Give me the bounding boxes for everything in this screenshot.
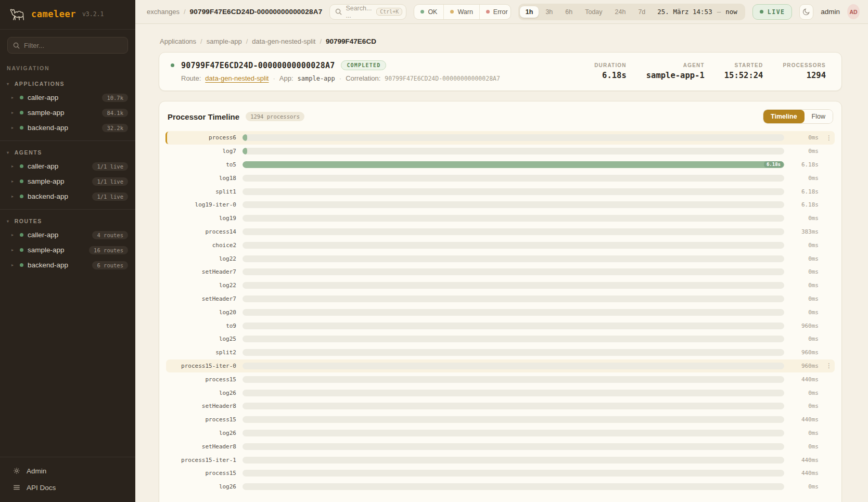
processor-name[interactable]: setHeader7 xyxy=(170,268,236,275)
processor-name[interactable]: log26 xyxy=(170,430,236,436)
date-range[interactable]: 25. März 14:53 — now xyxy=(652,8,743,16)
duration-track[interactable] xyxy=(242,376,784,383)
duration-track[interactable] xyxy=(242,390,784,396)
processor-name[interactable]: log25 xyxy=(170,336,236,342)
route-link[interactable]: data-gen-nested-split xyxy=(205,74,269,82)
time-range-3h[interactable]: 3h xyxy=(540,6,558,18)
sidebar-item-caller-app[interactable]: ▸caller-app10.7k xyxy=(0,90,135,105)
view-tab-timeline[interactable]: Timeline xyxy=(763,110,804,123)
duration-track[interactable] xyxy=(242,470,784,477)
duration-track[interactable] xyxy=(242,148,784,155)
sidebar-item-admin[interactable]: Admin xyxy=(0,462,135,479)
duration-track[interactable] xyxy=(242,483,784,490)
time-range-24h[interactable]: 24h xyxy=(609,6,632,18)
duration-track[interactable] xyxy=(242,188,784,195)
duration-track[interactable] xyxy=(242,430,784,436)
view-tab-flow[interactable]: Flow xyxy=(805,110,833,123)
sidebar-item-sample-app[interactable]: ▸sample-app16 routes xyxy=(0,242,135,258)
breadcrumb-item-applications[interactable]: Applications xyxy=(160,37,196,45)
duration-track[interactable] xyxy=(242,336,784,342)
sidebar-item-caller-app[interactable]: ▸caller-app1/1 live xyxy=(0,159,135,174)
theme-toggle[interactable] xyxy=(799,4,813,20)
duration-track[interactable] xyxy=(242,134,784,141)
duration-track[interactable] xyxy=(242,201,784,208)
duration-track[interactable] xyxy=(242,323,784,329)
processor-name[interactable]: process14 xyxy=(170,228,236,235)
duration-track[interactable] xyxy=(242,349,784,356)
time-range-7d[interactable]: 7d xyxy=(632,6,651,18)
processor-name[interactable]: process15 xyxy=(170,376,236,383)
processor-name[interactable]: split1 xyxy=(170,188,236,195)
processor-name[interactable]: process15-iter-0 xyxy=(170,363,236,369)
processor-name[interactable]: setHeader7 xyxy=(170,295,236,302)
breadcrumb-item-data-gen-nested-split[interactable]: data-gen-nested-split xyxy=(252,37,315,45)
processor-name[interactable]: process15 xyxy=(170,416,236,423)
processor-name[interactable]: log19-iter-0 xyxy=(170,201,236,208)
app-logo[interactable]: cameleer v3.2.1 xyxy=(0,0,135,30)
kebab-menu-icon[interactable]: ⋮ xyxy=(825,362,833,369)
avatar[interactable]: AD xyxy=(847,4,860,19)
processor-name[interactable]: log20 xyxy=(170,309,236,316)
global-search[interactable]: Search... ... Ctrl+K xyxy=(329,4,406,20)
duration-track[interactable] xyxy=(242,175,784,182)
sidebar-item-backend-app[interactable]: ▸backend-app32.2k xyxy=(0,120,135,135)
sidebar-item-api-docs[interactable]: API Docs xyxy=(0,479,135,496)
sidebar-item-badge: 6 routes xyxy=(92,261,128,269)
live-toggle[interactable]: LIVE xyxy=(752,4,793,20)
processor-name[interactable]: log26 xyxy=(170,483,236,490)
processor-name[interactable]: process15-iter-1 xyxy=(170,457,236,464)
time-range-today[interactable]: Today xyxy=(579,6,608,18)
processor-name[interactable]: process15 xyxy=(170,470,236,477)
exchange-id: 90799F47E6CD24D-00000000000028A7 xyxy=(181,61,335,70)
breadcrumb-section[interactable]: exchanges xyxy=(147,8,180,16)
section-header-applications[interactable]: ▾APPLICATIONS xyxy=(0,76,135,90)
processor-name[interactable]: setHeader8 xyxy=(170,403,236,409)
duration-track[interactable] xyxy=(242,416,784,423)
kebab-menu-icon[interactable]: ⋮ xyxy=(825,134,833,141)
processor-name[interactable]: to9 xyxy=(170,323,236,329)
time-range-1h[interactable]: 1h xyxy=(520,6,539,18)
duration-track[interactable] xyxy=(242,228,784,235)
processor-name[interactable]: log19 xyxy=(170,215,236,222)
sidebar-item-badge: 1/1 live xyxy=(92,177,128,186)
duration-track[interactable] xyxy=(242,309,784,316)
section-header-routes[interactable]: ▾ROUTES xyxy=(0,214,135,227)
duration-track[interactable] xyxy=(242,268,784,275)
processor-name[interactable]: choice2 xyxy=(170,242,236,249)
filter-input[interactable] xyxy=(24,42,122,49)
time-range-6h[interactable]: 6h xyxy=(559,6,578,18)
sidebar-filter[interactable] xyxy=(7,37,128,54)
sidebar-item-backend-app[interactable]: ▸backend-app6 routes xyxy=(0,258,135,273)
sidebar-item-sample-app[interactable]: ▸sample-app1/1 live xyxy=(0,174,135,189)
processor-name[interactable]: log18 xyxy=(170,175,236,182)
processor-name[interactable]: log22 xyxy=(170,255,236,262)
duration-track[interactable] xyxy=(242,443,784,450)
duration-track[interactable] xyxy=(242,215,784,222)
status-filter-error[interactable]: Error xyxy=(480,5,511,19)
duration-track[interactable] xyxy=(242,242,784,249)
processor-name[interactable]: to5 xyxy=(170,161,236,168)
breadcrumb-exchange-id: 90799F47E6CD24D-00000000000028A7 xyxy=(190,8,323,16)
duration-track[interactable]: 6.18s xyxy=(242,161,784,168)
processor-name[interactable]: log26 xyxy=(170,390,236,396)
sidebar-item-sample-app[interactable]: ▸sample-app84.1k xyxy=(0,105,135,120)
sidebar-item-caller-app[interactable]: ▸caller-app4 routes xyxy=(0,227,135,242)
duration-track[interactable] xyxy=(242,282,784,289)
processor-name[interactable]: log22 xyxy=(170,282,236,289)
duration-track[interactable] xyxy=(242,363,784,369)
sidebar-item-backend-app[interactable]: ▸backend-app1/1 live xyxy=(0,189,135,204)
status-filter-ok[interactable]: OK xyxy=(414,5,444,19)
duration-track[interactable] xyxy=(242,403,784,409)
duration-track[interactable] xyxy=(242,255,784,262)
processor-name[interactable]: setHeader8 xyxy=(170,443,236,450)
section-header-agents[interactable]: ▾AGENTS xyxy=(0,145,135,159)
processor-name[interactable]: log7 xyxy=(170,148,236,155)
duration-track[interactable] xyxy=(242,457,784,464)
user-name[interactable]: admin xyxy=(821,8,840,16)
breadcrumb-item-sample-app[interactable]: sample-app xyxy=(207,37,242,45)
processor-name[interactable]: process6 xyxy=(170,134,236,141)
duration-track[interactable] xyxy=(242,295,784,302)
processor-name[interactable]: split2 xyxy=(170,349,236,356)
chevron-right-icon: ▸ xyxy=(11,164,16,169)
status-filter-warn[interactable]: Warn xyxy=(444,5,479,19)
